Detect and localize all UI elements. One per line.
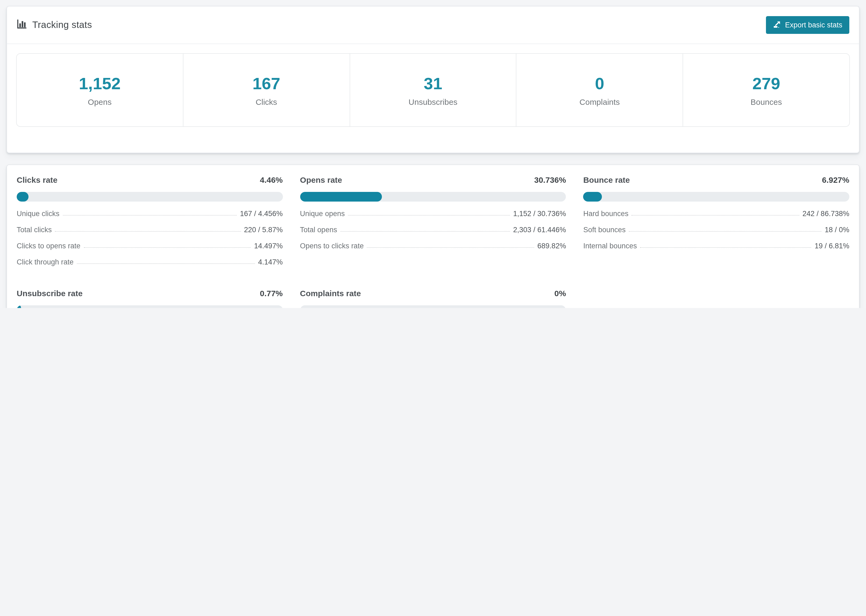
detail-label: Hard bounces: [583, 210, 628, 218]
rate-title: Bounce rate: [583, 175, 630, 184]
export-basic-stats-button[interactable]: Export basic stats: [766, 16, 849, 34]
progress-bar-fill: [300, 192, 382, 201]
rate-card-header: Complaints rate0%: [300, 289, 566, 298]
rate-detail-row: Internal bounces19 / 6.81%: [583, 242, 849, 250]
detail-label: Opens to clicks rate: [300, 242, 364, 250]
rate-card-header: Unsubscribe rate0.77%: [17, 289, 283, 298]
rate-card-header: Bounce rate6.927%: [583, 175, 849, 184]
progress-bar: [300, 192, 566, 201]
scale-wrapper: Tracking stats Export basic stats 1,152O…: [0, 0, 866, 308]
stat-value: 167: [252, 74, 280, 93]
rate-title: Clicks rate: [17, 175, 58, 184]
rate-percent: 0%: [554, 289, 566, 298]
dotted-leader: [55, 231, 241, 232]
rate-card-complaints-rate: Complaints rate0%Complaints0: [300, 289, 566, 308]
export-icon: [773, 20, 781, 30]
detail-value: 167 / 4.456%: [240, 210, 283, 218]
stat-box-opens: 1,152Opens: [17, 54, 183, 126]
dotted-leader: [367, 247, 534, 248]
rate-title: Complaints rate: [300, 289, 361, 298]
rate-card-header: Clicks rate4.46%: [17, 175, 283, 184]
rates-grid: Clicks rate4.46%Unique clicks167 / 4.456…: [7, 165, 859, 308]
rate-detail-row: Unique clicks167 / 4.456%: [17, 210, 283, 218]
stat-value: 1,152: [79, 74, 120, 93]
rate-detail-row: Clicks to opens rate14.497%: [17, 242, 283, 250]
stat-box-complaints: 0Complaints: [516, 54, 683, 126]
detail-label: Unique opens: [300, 210, 345, 218]
rate-detail-row: Hard bounces242 / 86.738%: [583, 210, 849, 218]
detail-label: Soft bounces: [583, 226, 626, 234]
stat-label: Clicks: [255, 97, 277, 106]
rate-card-opens-rate: Opens rate30.736%Unique opens1,152 / 30.…: [300, 175, 566, 266]
detail-value: 242 / 86.738%: [803, 210, 849, 218]
stats-row: 1,152Opens167Clicks31Unsubscribes0Compla…: [16, 53, 850, 127]
detail-value: 2,303 / 61.446%: [513, 226, 566, 234]
rate-detail-rows: Unique opens1,152 / 30.736%Total opens2,…: [300, 210, 566, 250]
detail-label: Total opens: [300, 226, 337, 234]
rate-card-header: Opens rate30.736%: [300, 175, 566, 184]
dotted-leader: [340, 231, 510, 232]
stat-value: 279: [752, 74, 780, 93]
dotted-leader: [83, 247, 251, 248]
detail-value: 14.497%: [254, 242, 283, 250]
detail-value: 1,152 / 30.736%: [513, 210, 566, 218]
rate-detail-row: Opens to clicks rate689.82%: [300, 242, 566, 250]
stat-box-bounces: 279Bounces: [683, 54, 849, 126]
detail-value: 689.82%: [537, 242, 566, 250]
detail-label: Clicks to opens rate: [17, 242, 80, 250]
stat-value: 0: [595, 74, 604, 93]
detail-value: 18 / 0%: [825, 226, 849, 234]
rate-title: Unsubscribe rate: [17, 289, 83, 298]
rate-percent: 0.77%: [260, 289, 283, 298]
detail-label: Internal bounces: [583, 242, 637, 250]
rate-detail-row: Total clicks220 / 5.87%: [17, 226, 283, 234]
stat-box-unsubscribes: 31Unsubscribes: [350, 54, 516, 126]
rate-detail-row: Total opens2,303 / 61.446%: [300, 226, 566, 234]
rate-card-bounce-rate: Bounce rate6.927%Hard bounces242 / 86.73…: [583, 175, 849, 266]
page: Tracking stats Export basic stats 1,152O…: [0, 0, 866, 308]
progress-bar: [17, 192, 283, 201]
rates-card: Clicks rate4.46%Unique clicks167 / 4.456…: [6, 165, 860, 308]
bar-chart-icon: [17, 19, 27, 31]
detail-label: Unique clicks: [17, 210, 60, 218]
progress-bar: [300, 305, 566, 308]
tracking-stats-header: Tracking stats Export basic stats: [7, 6, 859, 44]
stat-label: Opens: [88, 97, 112, 106]
progress-bar-fill: [17, 192, 28, 201]
progress-bar-fill: [583, 192, 602, 201]
rate-percent: 4.46%: [260, 175, 283, 184]
dotted-leader: [640, 247, 811, 248]
tracking-stats-card: Tracking stats Export basic stats 1,152O…: [6, 6, 860, 153]
progress-bar: [583, 192, 849, 201]
progress-bar-fill: [17, 305, 21, 308]
rate-title: Opens rate: [300, 175, 342, 184]
stat-value: 31: [424, 74, 442, 93]
rate-detail-rows: Hard bounces242 / 86.738%Soft bounces18 …: [583, 210, 849, 250]
stat-box-clicks: 167Clicks: [183, 54, 350, 126]
detail-label: Total clicks: [17, 226, 52, 234]
dotted-leader: [632, 215, 799, 215]
stat-label: Complaints: [579, 97, 620, 106]
stat-label: Unsubscribes: [409, 97, 457, 106]
rate-detail-row: Soft bounces18 / 0%: [583, 226, 849, 234]
dotted-leader: [77, 263, 255, 264]
dotted-leader: [348, 215, 510, 215]
detail-value: 220 / 5.87%: [244, 226, 283, 234]
rate-detail-row: Unique opens1,152 / 30.736%: [300, 210, 566, 218]
rate-detail-row: Click through rate4.147%: [17, 258, 283, 266]
rate-card-unsubscribe-rate: Unsubscribe rate0.77%Unsubscribes31: [17, 289, 283, 308]
export-button-label: Export basic stats: [785, 21, 842, 29]
stat-label: Bounces: [751, 97, 782, 106]
dotted-leader: [63, 215, 237, 215]
detail-label: Click through rate: [17, 258, 74, 266]
rate-detail-rows: Unique clicks167 / 4.456%Total clicks220…: [17, 210, 283, 266]
detail-value: 19 / 6.81%: [815, 242, 849, 250]
rate-card-clicks-rate: Clicks rate4.46%Unique clicks167 / 4.456…: [17, 175, 283, 266]
dotted-leader: [629, 231, 821, 232]
rate-percent: 6.927%: [822, 175, 849, 184]
progress-bar: [17, 305, 283, 308]
rate-percent: 30.736%: [534, 175, 566, 184]
tracking-stats-title: Tracking stats: [32, 19, 92, 31]
detail-value: 4.147%: [258, 258, 283, 266]
